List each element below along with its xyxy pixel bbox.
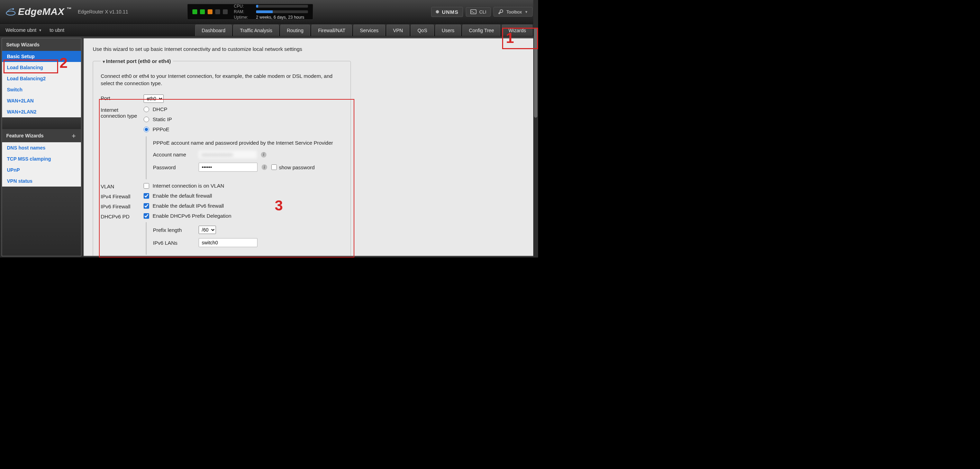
uptime-label: Uptime: bbox=[234, 15, 253, 20]
brand-logo: EdgeMAX™ bbox=[6, 6, 72, 17]
dhcpv6-pd-checkbox[interactable]: Enable DHCPv6 Prefix Delegation bbox=[143, 213, 343, 219]
system-stats: CPU: 1% RAM: 32% Uptime: 2 weeks, 6 days… bbox=[187, 4, 313, 20]
checkbox-input[interactable] bbox=[143, 213, 149, 219]
chevron-down-icon: ▼ bbox=[38, 29, 42, 32]
show-password-toggle[interactable]: show password bbox=[271, 164, 315, 170]
pppoe-desc: PPPoE account name and password provided… bbox=[153, 140, 343, 146]
dhcpv6-block: Prefix length /60 IPv6 LANs bbox=[146, 222, 343, 255]
sidebar-item-load-balancing[interactable]: Load Balancing bbox=[2, 62, 81, 73]
top-bar: EdgeMAX™ EdgeRouter X v1.10.11 CPU: 1% R… bbox=[0, 0, 538, 24]
sidebar: Setup Wizards Basic Setup Load Balancing… bbox=[2, 38, 82, 256]
welcome-label: Welcome ubnt bbox=[6, 27, 37, 33]
unms-button[interactable]: UNMS bbox=[431, 7, 463, 17]
sidebar-head-feature: Feature Wizards ＋ bbox=[2, 129, 81, 142]
info-icon[interactable]: i bbox=[261, 152, 266, 157]
dhcpv6-pd-label: DHCPv6 PD bbox=[101, 213, 143, 219]
ipv6-lans-label: IPv6 LANs bbox=[153, 240, 194, 246]
radio-input[interactable] bbox=[143, 127, 149, 132]
terminal-icon bbox=[470, 10, 477, 14]
vertical-scrollbar[interactable] bbox=[533, 0, 538, 258]
tab-services[interactable]: Services bbox=[353, 25, 385, 36]
tab-wizards[interactable]: Wizards bbox=[502, 25, 533, 36]
radio-input[interactable] bbox=[143, 107, 149, 112]
sidebar-setup-group: Basic Setup Load Balancing Load Balancin… bbox=[2, 51, 81, 117]
ipv4-firewall-checkbox[interactable]: Enable the default firewall bbox=[143, 193, 343, 199]
ipv6-lans-input[interactable] bbox=[199, 238, 258, 247]
uptime-value: 2 weeks, 6 days, 23 hours bbox=[256, 15, 304, 20]
section-desc: Connect eth0 or eth4 to your Internet co… bbox=[101, 72, 343, 87]
checkbox-input[interactable] bbox=[143, 193, 149, 199]
cli-button[interactable]: CLI bbox=[466, 7, 491, 17]
tab-traffic-analysis[interactable]: Traffic Analysis bbox=[233, 25, 278, 36]
prefix-length-select[interactable]: /60 bbox=[199, 226, 216, 234]
sidebar-item-upnp[interactable]: UPnP bbox=[2, 164, 81, 175]
radio-label: PPPoE bbox=[153, 126, 169, 132]
conn-radio-dhcp[interactable]: DHCP bbox=[143, 106, 343, 112]
radio-input[interactable] bbox=[143, 117, 149, 122]
sidebar-head-label: Setup Wizards bbox=[6, 42, 40, 48]
model-label: EdgeRouter X v1.10.11 bbox=[78, 9, 128, 14]
tab-dashboard[interactable]: Dashboard bbox=[195, 25, 232, 36]
checkbox-input[interactable] bbox=[271, 164, 277, 170]
conn-radio-static[interactable]: Static IP bbox=[143, 116, 343, 122]
svg-rect-2 bbox=[471, 10, 476, 14]
sidebar-item-switch[interactable]: Switch bbox=[2, 84, 81, 95]
chevron-down-icon: ▼ bbox=[525, 10, 528, 14]
toolbox-label: Toolbox bbox=[506, 10, 522, 14]
port-leds bbox=[192, 10, 228, 14]
app-screen: EdgeMAX™ EdgeRouter X v1.10.11 CPU: 1% R… bbox=[0, 0, 538, 258]
checkbox-input[interactable] bbox=[143, 203, 149, 209]
radio-label: Static IP bbox=[153, 116, 172, 122]
port-led-icon bbox=[200, 10, 205, 14]
tab-qos[interactable]: QoS bbox=[411, 25, 434, 36]
ram-label: RAM: bbox=[234, 10, 253, 14]
ipv6-firewall-checkbox[interactable]: Enable the default IPv6 firewall bbox=[143, 203, 343, 209]
sidebar-head-setup: Setup Wizards bbox=[2, 38, 81, 51]
second-bar: Welcome ubnt ▼ to ubnt Dashboard Traffic… bbox=[0, 24, 538, 37]
to-ubnt-label: to ubnt bbox=[49, 27, 64, 33]
port-label: Port bbox=[101, 94, 143, 101]
tab-vpn[interactable]: VPN bbox=[387, 25, 410, 36]
info-icon[interactable]: i bbox=[262, 164, 267, 170]
show-password-label: show password bbox=[279, 164, 315, 170]
brand-text: EdgeMAX bbox=[18, 6, 64, 17]
conn-radio-pppoe[interactable]: PPPoE bbox=[143, 126, 343, 132]
main-tabs: Dashboard Traffic Analysis Routing Firew… bbox=[195, 25, 533, 36]
wizard-intro: Use this wizard to set up basic Internet… bbox=[93, 46, 527, 52]
checkbox-label: Internet connection is on VLAN bbox=[153, 183, 224, 189]
pppoe-block: PPPoE account name and password provided… bbox=[146, 137, 343, 179]
sidebar-item-vpn-status[interactable]: VPN status bbox=[2, 175, 81, 186]
welcome-menu[interactable]: Welcome ubnt ▼ bbox=[6, 27, 42, 33]
vlan-label: VLAN bbox=[101, 183, 143, 189]
sidebar-item-wan-2lan[interactable]: WAN+2LAN bbox=[2, 95, 81, 106]
plus-icon[interactable]: ＋ bbox=[71, 133, 77, 139]
section-title[interactable]: Internet port (eth0 or eth4) bbox=[101, 58, 173, 64]
password-input[interactable] bbox=[199, 163, 258, 172]
password-label: Password bbox=[153, 164, 194, 170]
tab-config-tree[interactable]: Config Tree bbox=[462, 25, 500, 36]
radio-label: DHCP bbox=[153, 106, 167, 112]
cpu-label: CPU: bbox=[234, 4, 253, 9]
unms-label: UNMS bbox=[442, 9, 458, 15]
tab-users[interactable]: Users bbox=[435, 25, 461, 36]
cli-label: CLI bbox=[479, 10, 486, 14]
scrollbar-thumb[interactable] bbox=[534, 28, 538, 118]
prefix-length-label: Prefix length bbox=[153, 227, 194, 233]
account-label: Account name bbox=[153, 152, 194, 157]
sidebar-item-load-balancing2[interactable]: Load Balancing2 bbox=[2, 73, 81, 84]
port-led-icon bbox=[215, 10, 220, 14]
tab-routing[interactable]: Routing bbox=[280, 25, 310, 36]
sidebar-item-dns[interactable]: DNS host names bbox=[2, 142, 81, 153]
toolbox-button[interactable]: Toolbox ▼ bbox=[493, 7, 533, 17]
vlan-checkbox[interactable]: Internet connection is on VLAN bbox=[143, 183, 343, 189]
port-led-icon bbox=[223, 10, 228, 14]
sidebar-item-basic-setup[interactable]: Basic Setup bbox=[2, 51, 81, 62]
checkbox-input[interactable] bbox=[143, 183, 149, 189]
port-led-icon bbox=[208, 10, 212, 14]
account-input[interactable]: xxxxxxxxxxxxxx bbox=[199, 151, 257, 159]
ram-bar: 32% bbox=[256, 10, 308, 13]
port-select[interactable]: eth0 bbox=[143, 94, 164, 103]
sidebar-item-mss[interactable]: TCP MSS clamping bbox=[2, 153, 81, 164]
sidebar-item-wan-2lan2[interactable]: WAN+2LAN2 bbox=[2, 106, 81, 117]
tab-firewall-nat[interactable]: Firewall/NAT bbox=[312, 25, 352, 36]
